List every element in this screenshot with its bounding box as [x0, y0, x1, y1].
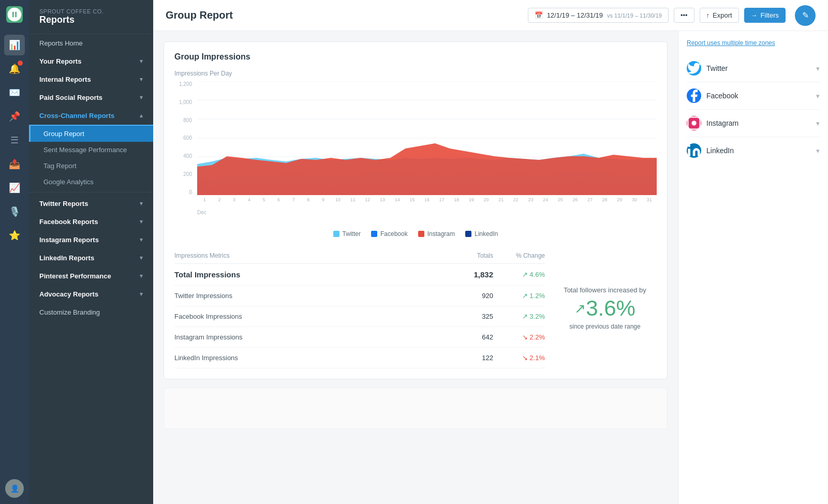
chevron-icon: ▾ — [140, 218, 143, 225]
sidebar-item-cross-channel[interactable]: Cross-Channel Reports ▴ — [29, 107, 153, 126]
metrics-value-instagram: 642 — [441, 333, 493, 341]
right-panel: Report uses multiple time zones Twitter … — [678, 31, 828, 504]
platform-row-linkedin[interactable]: LinkedIn ▾ — [687, 137, 820, 164]
platform-row-instagram[interactable]: Instagram ▾ — [687, 110, 820, 137]
sidebar-item-your-reports[interactable]: Your Reports ▾ — [29, 52, 153, 70]
metrics-value-linkedin: 122 — [441, 354, 493, 362]
sidebar-item-advocacy[interactable]: Advocacy Reports ▾ — [29, 285, 153, 303]
nav-alerts[interactable]: 🔔 — [4, 58, 25, 79]
platform-name-facebook: Facebook — [706, 92, 738, 100]
x-label: 29 — [612, 197, 627, 202]
legend-instagram: Instagram — [418, 230, 455, 238]
user-avatar[interactable]: 👤 — [5, 479, 24, 498]
nav-tasks[interactable]: 📌 — [4, 106, 25, 127]
sidebar: Sprout Coffee Co. Reports Reports Home Y… — [29, 0, 153, 504]
legend-facebook: Facebook — [371, 230, 408, 238]
sidebar-item-internal-reports[interactable]: Internal Reports ▾ — [29, 70, 153, 88]
logo-icon[interactable] — [6, 6, 23, 23]
sidebar-item-customize[interactable]: Customize Branding — [29, 303, 153, 321]
nav-lists[interactable]: ☰ — [4, 130, 25, 151]
metrics-highlight: Total followers increased by ↗ 3.6% sinc… — [553, 248, 657, 368]
x-label: 15 — [405, 197, 420, 202]
x-label: 7 — [286, 197, 301, 202]
chevron-icon: ▾ — [140, 255, 143, 261]
filters-button[interactable]: → Filters — [744, 8, 786, 23]
x-label: 28 — [597, 197, 612, 202]
sidebar-item-linkedin-reports[interactable]: LinkedIn Reports ▾ — [29, 249, 153, 267]
date-range-button[interactable]: 📅 12/1/19 – 12/31/19 vs 11/1/19 – 11/30/… — [528, 8, 669, 23]
export-icon: ↑ — [706, 11, 710, 19]
x-label: 31 — [642, 197, 657, 202]
card-title: Group Impressions — [174, 52, 657, 62]
sidebar-item-pinterest[interactable]: Pinterest Performance ▾ — [29, 267, 153, 285]
calendar-icon: 📅 — [535, 11, 543, 19]
sidebar-header: Sprout Coffee Co. Reports — [29, 0, 153, 34]
filters-label: Filters — [761, 11, 779, 19]
alert-badge — [18, 61, 23, 66]
sidebar-subitem-tag-report[interactable]: Tag Report — [29, 158, 153, 174]
metrics-col-label: Impressions Metrics — [174, 252, 441, 259]
impressions-card: Group Impressions Impressions Per Day — [164, 41, 668, 379]
sidebar-item-reports-home[interactable]: Reports Home — [29, 34, 153, 52]
nav-star[interactable]: ⭐ — [4, 225, 25, 246]
highlight-label: Total followers increased by — [564, 286, 646, 294]
metrics-value-facebook: 325 — [441, 313, 493, 320]
x-label: 5 — [257, 197, 272, 202]
x-label: 26 — [568, 197, 583, 202]
facebook-chevron: ▾ — [816, 92, 820, 100]
platform-row-facebook[interactable]: Facebook ▾ — [687, 82, 820, 110]
second-card — [164, 388, 668, 429]
nav-messages[interactable]: ✉️ — [4, 82, 25, 103]
x-label: 18 — [449, 197, 464, 202]
x-label: 27 — [583, 197, 598, 202]
metrics-name-facebook: Facebook Impressions — [174, 313, 441, 320]
more-button[interactable]: ••• — [674, 8, 694, 23]
sidebar-item-twitter-reports[interactable]: Twitter Reports ▾ — [29, 195, 153, 213]
export-button[interactable]: ↑ Export — [700, 8, 739, 23]
chevron-icon: ▴ — [140, 112, 143, 119]
svg-marker-10 — [197, 143, 657, 195]
sidebar-subitem-group-report[interactable]: Group Report — [29, 126, 153, 142]
x-label: 9 — [316, 197, 331, 202]
date-range-text: 12/1/19 – 12/31/19 — [547, 11, 603, 19]
platform-row-twitter[interactable]: Twitter ▾ — [687, 55, 820, 82]
x-month-label: Dec — [197, 210, 206, 215]
nav-listening[interactable]: 🎙️ — [4, 201, 25, 222]
x-label: 1 — [197, 197, 212, 202]
metrics-name-twitter: Twitter Impressions — [174, 292, 441, 300]
metrics-value-total: 1,832 — [441, 270, 493, 279]
legend-dot-linkedin — [465, 231, 471, 237]
metrics-table: Impressions Metrics Totals % Change Tota… — [174, 248, 545, 368]
platform-name-twitter: Twitter — [706, 64, 728, 72]
sidebar-subitem-google-analytics[interactable]: Google Analytics — [29, 174, 153, 190]
sidebar-subitem-sent-message[interactable]: Sent Message Performance — [29, 142, 153, 158]
chevron-icon: ▾ — [140, 94, 143, 101]
main-area: Group Report 📅 12/1/19 – 12/31/19 vs 11/… — [153, 0, 828, 504]
nav-reports[interactable]: 📈 — [4, 177, 25, 198]
x-label: 4 — [242, 197, 257, 202]
platform-name-linkedin: LinkedIn — [706, 146, 734, 155]
sidebar-item-facebook-reports[interactable]: Facebook Reports ▾ — [29, 213, 153, 231]
timezone-link[interactable]: multiple — [722, 39, 743, 47]
highlight-arrow: ↗ — [574, 301, 586, 317]
icon-bar: 📊 🔔 ✉️ 📌 ☰ 📤 📈 🎙️ ⭐ 👤 — [0, 0, 29, 504]
sidebar-item-paid-social[interactable]: Paid Social Reports ▾ — [29, 88, 153, 107]
sidebar-divider — [29, 192, 153, 192]
legend-dot-instagram — [418, 231, 424, 237]
instagram-chevron: ▾ — [816, 120, 820, 127]
x-label: 19 — [464, 197, 479, 202]
sidebar-item-instagram-reports[interactable]: Instagram Reports ▾ — [29, 231, 153, 249]
nav-publish[interactable]: 📤 — [4, 154, 25, 174]
chart-legend: Twitter Facebook Instagram LinkedIn — [174, 230, 657, 238]
y-label-400: 400 — [183, 153, 192, 159]
x-label: 22 — [508, 197, 523, 202]
edit-button[interactable]: ✎ — [795, 5, 816, 26]
twitter-chevron: ▾ — [816, 65, 820, 72]
metrics-header-row: Impressions Metrics Totals % Change — [174, 248, 545, 264]
topbar: Group Report 📅 12/1/19 – 12/31/19 vs 11/… — [153, 0, 828, 31]
highlight-sublabel: since previous date range — [569, 323, 640, 330]
platform-name-instagram: Instagram — [706, 119, 738, 127]
metrics-change-facebook: ↗ 3.2% — [493, 313, 545, 320]
facebook-icon — [687, 88, 701, 103]
nav-home[interactable]: 📊 — [4, 35, 25, 55]
